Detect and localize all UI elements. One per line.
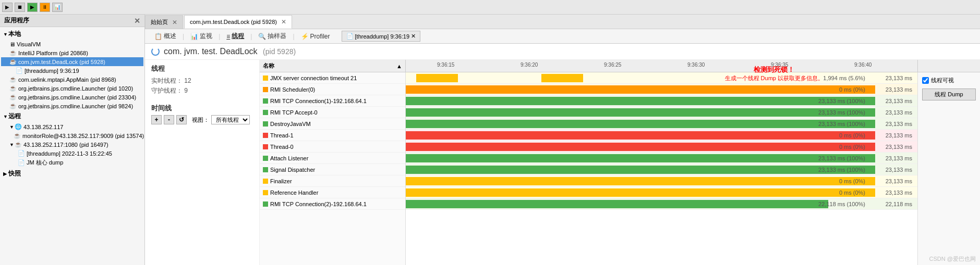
run-10: 0 ms (0%) bbox=[839, 190, 865, 196]
sidebar-close-btn[interactable]: ✕ bbox=[134, 17, 140, 25]
thread-row-name-11[interactable]: RMI TCP Connection(2)-192.168.64.1 bbox=[260, 198, 405, 210]
tree-item-threaddump1-label: [threaddump] 9:36:19 bbox=[25, 68, 79, 74]
tree-item-monitor1-label: monitorRole@43.138.252.117:9009 (pid 135… bbox=[22, 133, 144, 139]
tree-item-launcher1[interactable]: ☕ org.jetbrains.jps.cmdline.Launcher (pi… bbox=[1, 84, 143, 93]
tree-item-visualvm[interactable]: 🖥 VisualVM bbox=[1, 40, 143, 48]
tab-start-label: 始始页 bbox=[151, 18, 168, 26]
tab-overview[interactable]: 📋 概述 bbox=[149, 30, 182, 42]
thread-row-name-9[interactable]: Finalizer bbox=[260, 175, 405, 187]
toolbar-btn-3[interactable]: ▶ bbox=[27, 3, 38, 12]
timeline-area: 检测到死锁！ 生成一个线程 Dump 以获取更多信息。 名称 ▲ 9:36:15… bbox=[260, 60, 980, 265]
total-0: 23,133 ms bbox=[886, 75, 912, 81]
toolbar-btn-5[interactable]: 📊 bbox=[52, 3, 63, 12]
tree-item-launcher3-label: org.jetbrains.jps.cmdline.Launcher (pid … bbox=[18, 103, 133, 109]
appmain-icon: ☕ bbox=[9, 76, 17, 83]
tree-item-threaddump2[interactable]: 📄 [threaddump] 2022-11-3 15:22:45 bbox=[1, 149, 143, 158]
thread-row-name-3[interactable]: RMI TCP Accept-0 bbox=[260, 107, 405, 118]
section-snapshot[interactable]: ▶ 快照 bbox=[1, 168, 143, 180]
profiler-icon: ⚡ bbox=[301, 33, 309, 40]
right-panel-header bbox=[917, 60, 980, 72]
total-2: 23,133 ms bbox=[886, 98, 912, 104]
toolbar-btn-4[interactable]: ⏸ bbox=[40, 3, 50, 12]
bar-seg-7 bbox=[406, 154, 875, 162]
tree-item-intellij[interactable]: ☕ IntelliJ Platform (pid 20868) bbox=[1, 48, 143, 57]
total-7: 23,133 ms bbox=[886, 155, 912, 161]
tree-item-monitor1[interactable]: ☕ monitorRole@43.138.252.117:9009 (pid 1… bbox=[1, 131, 143, 140]
thread-row-name-4[interactable]: DestroyJavaVM bbox=[260, 118, 405, 130]
run-7: 23,133 ms (100%) bbox=[818, 155, 865, 161]
thread-row-name-2[interactable]: RMI TCP Connection(1)-192.168.64.1 bbox=[260, 95, 405, 107]
content-area: 始始页 ✕ com.jvm.test.DeadLock (pid 5928) ✕… bbox=[145, 15, 980, 265]
total-9: 23,133 ms bbox=[886, 178, 912, 184]
thread-row-name-8[interactable]: Signal Dispatcher bbox=[260, 164, 405, 175]
view-select[interactable]: 所有线程 活动线程 bbox=[211, 115, 250, 124]
tab-start-close[interactable]: ✕ bbox=[172, 19, 177, 26]
zoom-out-btn[interactable]: - bbox=[164, 115, 174, 124]
tree-item-remote-ip2-label: 43.138.252.117:1080 (pid 16497) bbox=[23, 142, 108, 148]
thread-dump-btn[interactable]: 线程 Dump bbox=[922, 89, 976, 100]
section-snapshot-label: 快照 bbox=[8, 169, 21, 178]
thread-row-name-10[interactable]: Reference Handler bbox=[260, 187, 405, 198]
tree-item-deadlock[interactable]: ☕ com.jvm.test.DeadLock (pid 5928) bbox=[1, 57, 143, 66]
tree-item-jmcore-label: JM 核心 dump bbox=[27, 159, 63, 167]
tab-bar: 始始页 ✕ com.jvm.test.DeadLock (pid 5928) ✕ bbox=[145, 15, 980, 29]
tree-item-remote-ip[interactable]: ▼ 🌐 43.138.252.117 bbox=[1, 122, 143, 131]
sort-icon[interactable]: ▲ bbox=[396, 63, 402, 69]
bar-seg-5 bbox=[406, 131, 875, 140]
run-1: 0 ms (0%) bbox=[839, 86, 865, 93]
toolbar-btn-2[interactable]: ⏹ bbox=[15, 3, 25, 12]
tab-sampler-label: 抽样器 bbox=[268, 32, 286, 41]
bar-row-1: 0 ms (0%) 23,133 ms bbox=[406, 84, 917, 95]
bar-row-4: 23,133 ms (100%) 23,133 ms bbox=[406, 118, 917, 130]
section-local[interactable]: ▼ 本地 bbox=[1, 28, 143, 40]
tree-item-launcher2[interactable]: ☕ org.jetbrains.jps.cmdline.Launcher (pi… bbox=[1, 93, 143, 102]
thread-row-name-6[interactable]: Thread-0 bbox=[260, 141, 405, 153]
thread-row-name-0[interactable]: JMX server connection timeout 21 bbox=[260, 72, 405, 84]
total-4: 23,133 ms bbox=[886, 121, 912, 127]
thread-section-title: 线程 bbox=[151, 64, 253, 73]
dump-tab-icon: 📄 bbox=[346, 33, 354, 40]
threads-visible-input[interactable] bbox=[922, 77, 929, 84]
section-remote[interactable]: ▼ 远程 bbox=[1, 110, 143, 122]
tab-sampler[interactable]: 🔍 抽样器 bbox=[253, 30, 292, 42]
thread-rows-container: JMX server connection timeout 21 RMI Sch… bbox=[260, 72, 980, 265]
timeline-axis: 名称 ▲ 9:36:15 9:36:20 9:36:25 9:36:30 9:3… bbox=[260, 60, 980, 72]
tick-5: 9:36:35 bbox=[771, 62, 788, 68]
daemon-threads-row: 守护线程： 9 bbox=[151, 86, 253, 95]
tab-deadlock[interactable]: com.jvm.test.DeadLock (pid 5928) ✕ bbox=[184, 15, 292, 29]
total-6: 23,133 ms bbox=[886, 144, 912, 150]
tree-item-jmcore[interactable]: 📄 JM 核心 dump bbox=[1, 158, 143, 168]
tab-monitor-label: 监视 bbox=[200, 32, 212, 41]
tree-item-threaddump1[interactable]: 📄 [threaddump] 9:36:19 bbox=[1, 66, 143, 75]
run-6: 0 ms (0%) bbox=[839, 144, 865, 150]
tab-profiler[interactable]: ⚡ Profiler bbox=[296, 31, 335, 42]
bar-seg-0-2 bbox=[541, 74, 583, 82]
thread-row-name-7[interactable]: Attach Listener bbox=[260, 153, 405, 164]
toolbar-btn-1[interactable]: ▶ bbox=[2, 3, 13, 12]
right-panel: 线程可视 线程 Dump bbox=[917, 72, 980, 265]
tab-monitor[interactable]: 📊 监视 bbox=[185, 30, 217, 42]
bar-seg-4 bbox=[406, 120, 875, 128]
thread-row-name-5[interactable]: Thread-1 bbox=[260, 130, 405, 141]
name-col-header: 名称 ▲ bbox=[260, 60, 406, 72]
tab-overview-label: 概述 bbox=[164, 32, 176, 41]
bar-seg-10 bbox=[406, 188, 875, 197]
tree-item-appmain[interactable]: ☕ com.uelink.mptapi.AppMain (pid 8968) bbox=[1, 75, 143, 84]
tree-item-launcher3[interactable]: ☕ org.jetbrains.jps.cmdline.Launcher (pi… bbox=[1, 102, 143, 110]
thread-row-name-1[interactable]: RMI Scheduler(0) bbox=[260, 84, 405, 95]
zoom-in-btn[interactable]: + bbox=[151, 115, 162, 124]
tree-item-remote-ip2[interactable]: ▼ ☕ 43.138.252.117:1080 (pid 16497) bbox=[1, 140, 143, 149]
zoom-reset-btn[interactable]: ↺ bbox=[176, 115, 187, 124]
bar-seg-6 bbox=[406, 143, 875, 151]
dump-tab-close[interactable]: ✕ bbox=[411, 33, 416, 40]
dump-tab[interactable]: 📄 [threaddump] 9:36:19 ✕ bbox=[342, 31, 421, 42]
sidebar: 应用程序 ✕ ▼ 本地 🖥 VisualVM ☕ IntelliJ Platfo… bbox=[0, 15, 145, 265]
total-5: 23,133 ms bbox=[886, 132, 912, 138]
section-local-arrow: ▼ bbox=[3, 32, 8, 37]
tab-start[interactable]: 始始页 ✕ bbox=[145, 15, 183, 29]
bar-row-6: 0 ms (0%) 23,133 ms bbox=[406, 141, 917, 153]
tab-deadlock-close[interactable]: ✕ bbox=[281, 18, 286, 26]
monitor1-icon: ☕ bbox=[14, 132, 21, 139]
threads-visible-checkbox[interactable]: 线程可视 bbox=[922, 75, 976, 85]
tab-threads[interactable]: ≡ 线程 bbox=[221, 30, 249, 42]
